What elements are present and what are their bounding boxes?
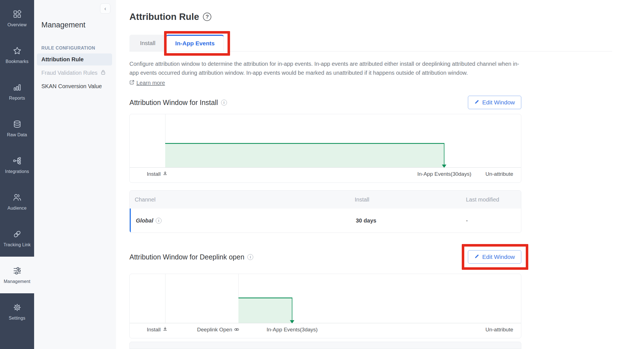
sidebar-item-label: Integrations — [5, 169, 29, 174]
tab-in-app-events[interactable]: In-App Events — [166, 35, 224, 51]
axis-label-install: Install — [147, 327, 167, 333]
axis-label-deeplink-open: Deeplink Open — [197, 327, 239, 333]
bar-chart-icon — [13, 83, 22, 93]
link-icon — [234, 327, 239, 333]
axis-label-un-attribute: Un-attribute — [486, 171, 513, 177]
grid-diamond-icon — [13, 10, 22, 20]
last-modified-cell: - — [461, 217, 521, 224]
sidebar-item-bookmarks[interactable]: Bookmarks — [0, 37, 34, 73]
lock-icon — [100, 69, 106, 76]
install-window-cell: 30 days — [351, 217, 461, 224]
install-marker-line — [165, 274, 165, 323]
table-header-row: Channel Install Last modified — [130, 191, 521, 209]
channel-cell: Global i — [131, 217, 351, 224]
management-sidebar: ‹ Management RULE CONFIGURATION Attribut… — [34, 0, 116, 349]
sidebar-item-audience[interactable]: Audience — [0, 183, 34, 220]
rule-configuration-label: RULE CONFIGURATION — [41, 46, 116, 51]
people-icon — [13, 193, 22, 203]
sidebar-item-integrations[interactable]: Integrations — [0, 147, 34, 183]
tab-install[interactable]: Install — [129, 35, 166, 51]
sidebar-item-raw-data[interactable]: Raw Data — [0, 110, 34, 147]
sidebar-item-label: Audience — [8, 206, 27, 211]
attribution-window-chart-deeplink: Install Deeplink Open In-App Events(3day… — [129, 274, 521, 338]
sidebar-item-label: Fraud Validation Rules — [41, 70, 98, 76]
info-icon[interactable]: i — [156, 218, 162, 224]
edit-window-button-deeplink[interactable]: Edit Window — [468, 250, 521, 264]
sidebar-item-label: Reports — [9, 96, 25, 101]
sidebar-item-fraud-validation-rules[interactable]: Fraud Validation Rules — [37, 67, 112, 79]
star-icon — [13, 46, 22, 57]
pencil-icon — [474, 254, 480, 260]
sidebar-item-reports[interactable]: Reports — [0, 73, 34, 110]
sidebar-title: Management — [41, 21, 116, 29]
download-icon — [163, 171, 167, 177]
axis-label-in-app-events: In-App Events(30days) — [417, 171, 471, 177]
collapse-sidebar-button[interactable]: ‹ — [100, 3, 110, 14]
attribution-window-region — [165, 143, 444, 167]
network-icon — [13, 156, 22, 167]
sidebar-item-attribution-rule[interactable]: Attribution Rule — [37, 53, 112, 65]
timeline-axis — [130, 323, 521, 323]
sidebar-item-overview[interactable]: Overview — [0, 0, 34, 37]
primary-sidebar: Overview Bookmarks Reports Raw Data Inte… — [0, 0, 34, 349]
axis-label-un-attribute: Un-attribute — [486, 327, 513, 333]
help-icon[interactable]: ? — [203, 13, 211, 21]
axis-label-install: Install — [147, 171, 167, 177]
page-title: Attribution Rule — [129, 11, 199, 22]
section-title-install: Attribution Window for Install i — [129, 99, 227, 107]
section-title-deeplink-open: Attribution Window for Deeplink open i — [129, 253, 253, 261]
column-header-channel: Channel — [130, 196, 350, 203]
main-content: Attribution Rule ? Install In-App Events… — [116, 0, 614, 349]
table-row: Global i 30 days - — [130, 209, 521, 233]
external-link-icon — [129, 80, 134, 86]
info-icon[interactable]: i — [247, 254, 253, 260]
info-icon[interactable]: i — [221, 100, 227, 106]
attribution-window-chart-install: Install In-App Events(30days) Un-attribu… — [129, 114, 521, 183]
timeline-axis — [130, 167, 521, 168]
axis-label-in-app-events: In-App Events(3days) — [267, 327, 318, 333]
sidebar-item-label: Overview — [8, 22, 27, 27]
download-icon — [163, 327, 167, 333]
sidebar-item-label: SKAN Conversion Value — [41, 83, 102, 90]
attribution-rule-page: Overview Bookmarks Reports Raw Data Inte… — [0, 0, 644, 349]
chain-link-icon — [13, 229, 22, 240]
sidebar-item-skan-conversion-value[interactable]: SKAN Conversion Value — [37, 80, 112, 92]
sidebar-item-label: Tracking Link — [3, 242, 30, 247]
pencil-icon — [474, 99, 480, 106]
edit-window-button-install[interactable]: Edit Window — [468, 96, 521, 109]
learn-more-link[interactable]: Learn more — [129, 80, 165, 86]
column-header-last-modified: Last modified — [461, 196, 521, 203]
sidebar-item-label: Bookmarks — [6, 59, 29, 64]
chevron-left-icon: ‹ — [104, 5, 106, 12]
sidebar-item-tracking-link[interactable]: Tracking Link — [0, 220, 34, 257]
attribution-window-region — [238, 298, 292, 323]
sidebar-item-management[interactable]: Management — [0, 257, 34, 293]
sliders-icon — [13, 266, 22, 277]
sidebar-item-settings[interactable]: Settings — [0, 293, 34, 330]
sidebar-item-label: Raw Data — [7, 132, 27, 137]
sidebar-item-label: Attribution Rule — [41, 56, 84, 63]
section-description: Configure attribution window to determin… — [129, 59, 524, 77]
column-header-install: Install — [350, 196, 461, 203]
attribution-window-table: Channel Install Last modified Global i 3… — [129, 190, 521, 233]
sidebar-item-label: Management — [4, 279, 30, 284]
tab-bar: Install In-App Events — [129, 35, 612, 51]
database-icon — [13, 120, 22, 130]
next-table-header-partial — [129, 342, 521, 349]
sidebar-item-label: Settings — [9, 316, 25, 321]
gear-icon — [13, 303, 22, 313]
